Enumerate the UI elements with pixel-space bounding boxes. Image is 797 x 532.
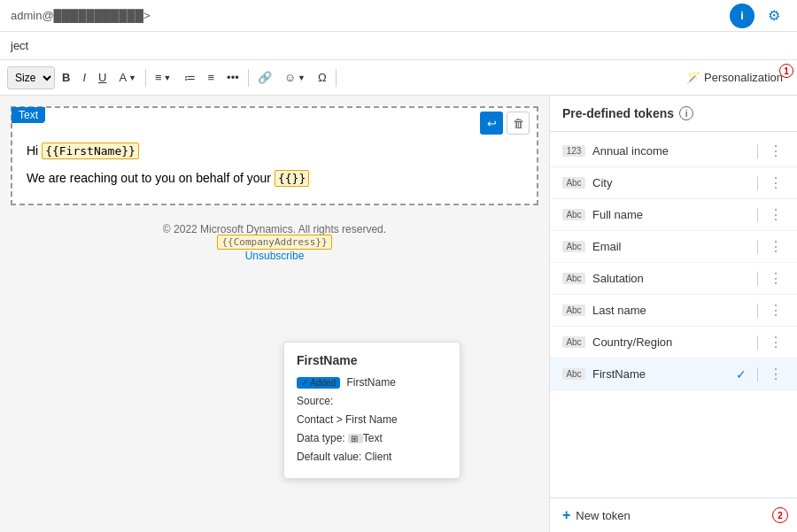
align-button[interactable]: ≡ ▼ bbox=[150, 67, 177, 88]
info-button[interactable]: i bbox=[730, 4, 754, 28]
token-separator bbox=[757, 240, 758, 254]
tooltip-title: FirstName bbox=[297, 353, 447, 367]
token-more-button[interactable]: ⋮ bbox=[767, 334, 785, 351]
token-name: Full name bbox=[592, 208, 748, 221]
settings-button[interactable]: ⚙ bbox=[762, 4, 786, 28]
token-separator bbox=[757, 272, 758, 286]
token-list-item[interactable]: AbcSalutation⋮ bbox=[550, 263, 797, 295]
unordered-list-button[interactable]: ≡ bbox=[203, 67, 221, 88]
link-button[interactable]: 🔗 bbox=[252, 67, 277, 88]
token-list: 123Annual income⋮AbcCity⋮AbcFull name⋮Ab… bbox=[550, 132, 797, 497]
ordered-list-button[interactable]: ≔ bbox=[179, 67, 201, 88]
token-type-icon: Abc bbox=[562, 368, 585, 380]
token-list-item[interactable]: AbcCountry/Region⋮ bbox=[550, 327, 797, 359]
size-select[interactable]: Size bbox=[7, 66, 55, 89]
token-more-button[interactable]: ⋮ bbox=[767, 270, 785, 287]
panel-info-icon: i bbox=[679, 106, 693, 120]
personalization-badge: 1 bbox=[779, 64, 793, 78]
token-more-button[interactable]: ⋮ bbox=[767, 206, 785, 223]
panel-header: Pre-defined tokens i bbox=[550, 96, 797, 132]
font-color-button[interactable]: A ▼ bbox=[113, 67, 142, 88]
token-list-item[interactable]: AbcFirstName✓⋮ bbox=[550, 359, 797, 390]
token-more-button[interactable]: ⋮ bbox=[767, 174, 785, 191]
new-token-badge: 2 bbox=[772, 507, 788, 523]
token-list-item[interactable]: AbcEmail⋮ bbox=[550, 231, 797, 263]
token-list-item[interactable]: AbcCity⋮ bbox=[550, 167, 797, 199]
token-more-button[interactable]: ⋮ bbox=[767, 143, 785, 159]
tooltip-source-value: Contact > First Name bbox=[297, 412, 447, 428]
editor-toolbar: Size B I U A ▼ ≡ ▼ ≔ ≡ ••• 🔗 ☺ ▼ Ω 🪄 Per… bbox=[0, 60, 797, 96]
token-separator bbox=[757, 367, 758, 382]
toolbar-divider-1 bbox=[145, 69, 146, 87]
omega-button[interactable]: Ω bbox=[313, 67, 332, 88]
token-name: FirstName bbox=[592, 367, 729, 381]
right-panel: Pre-defined tokens i 123Annual income⋮Ab… bbox=[549, 96, 797, 532]
text-block-actions: ↩ 🗑 bbox=[480, 112, 530, 135]
token-type-icon: Abc bbox=[562, 336, 585, 348]
toolbar-divider-2 bbox=[248, 69, 249, 87]
token-check-icon: ✓ bbox=[736, 367, 747, 382]
token-type-icon: Abc bbox=[562, 273, 585, 284]
partial-token[interactable]: {{}} bbox=[275, 170, 309, 187]
plus-icon: + bbox=[562, 507, 570, 523]
bold-button[interactable]: B bbox=[57, 67, 75, 88]
text-block: Text ↩ 🗑 Hi {{FirstName}} We are reachin… bbox=[11, 106, 538, 205]
italic-button[interactable]: I bbox=[77, 67, 91, 88]
token-separator bbox=[757, 144, 758, 158]
token-type-icon: 123 bbox=[562, 145, 585, 157]
subject-label: ject bbox=[11, 39, 28, 52]
token-type-icon: Abc bbox=[562, 209, 585, 220]
unsubscribe-link[interactable]: Unsubscribe bbox=[11, 250, 538, 262]
personalization-button[interactable]: 🪄 Personalization 1 bbox=[679, 67, 790, 88]
toolbar-divider-3 bbox=[336, 69, 337, 87]
more-button[interactable]: ••• bbox=[221, 67, 244, 88]
token-more-button[interactable]: ⋮ bbox=[767, 302, 785, 319]
token-name: Email bbox=[592, 240, 748, 253]
tooltip-datatype-row: Data type: ⊞ Text bbox=[297, 430, 447, 446]
editor-line-2: We are reaching out to you on behalf of … bbox=[27, 167, 522, 189]
token-list-item[interactable]: AbcLast name⋮ bbox=[550, 295, 797, 327]
token-name: Salutation bbox=[592, 272, 748, 285]
tooltip-source-row: Source: bbox=[297, 393, 447, 409]
token-name: Annual income bbox=[592, 144, 748, 158]
footer-area: © 2022 Microsoft Dynamics. All rights re… bbox=[11, 216, 538, 269]
subject-bar: ject bbox=[0, 32, 797, 60]
underline-button[interactable]: U bbox=[93, 67, 112, 88]
token-type-icon: Abc bbox=[562, 305, 585, 316]
token-separator bbox=[757, 304, 758, 318]
datatype-icon: ⊞ bbox=[348, 434, 363, 443]
copyright-text: © 2022 Microsoft Dynamics. All rights re… bbox=[11, 223, 538, 235]
delete-button[interactable]: 🗑 bbox=[507, 112, 530, 135]
token-list-item[interactable]: AbcFull name⋮ bbox=[550, 199, 797, 231]
user-info: admin@███████████> bbox=[11, 9, 151, 22]
editor-text[interactable]: Hi {{FirstName}} We are reaching out to … bbox=[27, 140, 522, 189]
token-more-button[interactable]: ⋮ bbox=[767, 238, 785, 255]
token-separator bbox=[757, 335, 758, 350]
token-type-icon: Abc bbox=[562, 241, 585, 252]
token-name: Last name bbox=[592, 304, 748, 317]
token-name: Country/Region bbox=[592, 335, 748, 349]
text-block-label: Text bbox=[12, 107, 45, 123]
company-address-token[interactable]: {{CompanyAddress}} bbox=[217, 235, 331, 250]
back-button[interactable]: ↩ bbox=[480, 112, 503, 135]
tooltip-default-row: Default value: Client bbox=[297, 449, 447, 465]
editor-line-1: Hi {{FirstName}} bbox=[27, 140, 522, 162]
token-type-icon: Abc bbox=[562, 177, 585, 189]
added-badge: ✓ Added bbox=[297, 377, 340, 389]
token-list-item[interactable]: 123Annual income⋮ bbox=[550, 135, 797, 167]
token-more-button[interactable]: ⋮ bbox=[767, 366, 785, 382]
token-separator bbox=[757, 176, 758, 190]
token-tooltip: FirstName ✓ Added FirstName Source: Cont… bbox=[283, 342, 460, 479]
tooltip-added-row: ✓ Added FirstName bbox=[297, 374, 447, 390]
top-bar-actions: i ⚙ bbox=[730, 4, 786, 28]
top-bar: admin@███████████> i ⚙ bbox=[0, 0, 797, 32]
firstname-token[interactable]: {{FirstName}} bbox=[42, 143, 139, 159]
editor-area: Text ↩ 🗑 Hi {{FirstName}} We are reachin… bbox=[0, 96, 549, 532]
emoji-button[interactable]: ☺ ▼ bbox=[279, 67, 311, 88]
token-name: City bbox=[592, 176, 748, 189]
token-separator bbox=[757, 208, 758, 222]
main-area: Text ↩ 🗑 Hi {{FirstName}} We are reachin… bbox=[0, 96, 797, 532]
new-token-button[interactable]: + New token 2 bbox=[550, 497, 797, 532]
